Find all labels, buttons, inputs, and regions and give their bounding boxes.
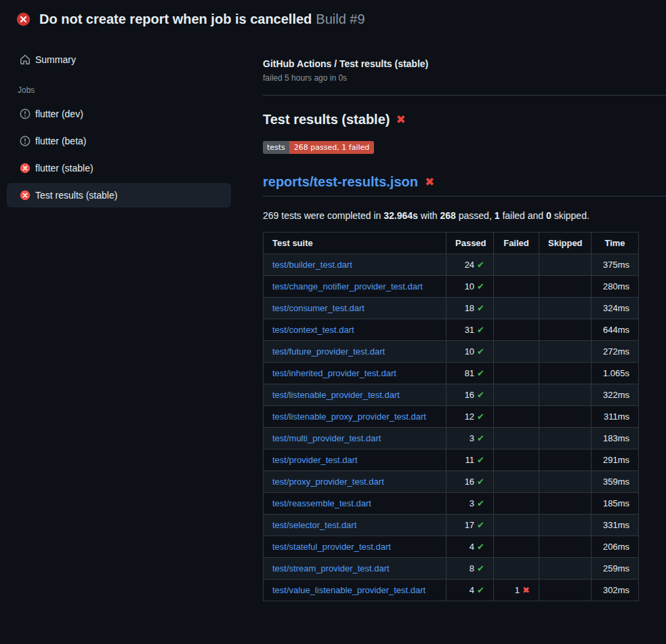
x-circle-icon	[20, 163, 30, 174]
test-suite-cell: test/consumer_test.dart	[264, 298, 446, 319]
check-header: GitHub Actions / Test results (stable) f…	[263, 58, 666, 96]
test-suite-link[interactable]: test/provider_test.dart	[272, 455, 358, 465]
table-row: test/context_test.dart31✔644ms	[264, 319, 639, 341]
passed-cell: 18✔	[446, 298, 494, 319]
passed-cell: 3✔	[446, 493, 494, 515]
test-suite-link[interactable]: test/inherited_provider_test.dart	[272, 368, 396, 378]
sidebar-job-flutter-beta[interactable]: flutter (beta)	[7, 129, 231, 153]
test-suite-link[interactable]: test/listenable_proxy_provider_test.dart	[272, 411, 426, 422]
failed-cell: 1✖	[494, 580, 539, 601]
time-cell: 272ms	[591, 341, 639, 363]
test-suite-link[interactable]: test/consumer_test.dart	[272, 303, 365, 313]
time-cell: 644ms	[591, 319, 639, 341]
column-header-passed: Passed	[446, 233, 494, 254]
check-icon: ✔	[477, 390, 484, 400]
summary-text-part: 1	[495, 210, 500, 221]
test-suite-cell: test/reassemble_test.dart	[264, 493, 446, 515]
skipped-cell	[539, 493, 591, 515]
test-suite-link[interactable]: test/stream_provider_test.dart	[272, 563, 390, 573]
sidebar-item-summary[interactable]: Summary	[7, 47, 231, 72]
test-suite-link[interactable]: test/future_provider_test.dart	[272, 346, 385, 357]
test-suite-link[interactable]: test/proxy_provider_test.dart	[272, 477, 384, 487]
test-suite-cell: test/context_test.dart	[264, 319, 446, 341]
results-table-body: test/builder_test.dart24✔375mstest/chang…	[264, 254, 639, 601]
check-icon: ✔	[477, 455, 484, 465]
jobs-list: flutter (dev)flutter (beta)flutter (stab…	[7, 102, 231, 207]
table-row: test/multi_provider_test.dart3✔183ms	[264, 428, 639, 449]
test-suite-link[interactable]: test/selector_test.dart	[272, 520, 356, 530]
time-cell: 183ms	[591, 428, 639, 449]
skipped-cell	[539, 406, 591, 428]
test-suite-cell: test/inherited_provider_test.dart	[264, 363, 446, 384]
test-suite-cell: test/stream_provider_test.dart	[264, 558, 446, 580]
check-icon: ✔	[477, 542, 484, 552]
check-icon: ✔	[477, 281, 484, 291]
failed-cell	[494, 298, 539, 319]
count-value: 3	[470, 498, 474, 508]
test-suite-link[interactable]: test/builder_test.dart	[272, 260, 352, 270]
test-suite-link[interactable]: test/context_test.dart	[272, 325, 354, 335]
passed-cell: 10✔	[446, 276, 494, 298]
passed-cell: 4✔	[446, 536, 494, 558]
skipped-cell	[539, 536, 591, 558]
failed-cell	[494, 276, 539, 298]
count-value: 4	[470, 542, 474, 552]
alert-circle-icon	[20, 136, 30, 146]
summary-text-part: skipped.	[551, 210, 589, 221]
test-suite-cell: test/provider_test.dart	[264, 449, 446, 471]
count-value: 17	[465, 520, 474, 530]
count-value: 31	[465, 325, 474, 335]
test-suite-link[interactable]: test/change_notifier_provider_test.dart	[272, 281, 423, 291]
failed-cell	[494, 493, 539, 515]
time-cell: 1.065s	[591, 363, 639, 384]
summary-text-part: passed,	[456, 210, 495, 221]
passed-cell: 4✔	[446, 580, 494, 601]
failed-cell	[494, 428, 539, 449]
table-row: test/listenable_provider_test.dart16✔322…	[264, 384, 639, 406]
summary-text-part: with	[418, 210, 440, 221]
count-value: 18	[465, 303, 474, 313]
time-cell: 259ms	[591, 558, 639, 580]
report-title-link[interactable]: reports/test-results.json	[263, 174, 418, 190]
summary-line: 269 tests were completed in 32.964s with…	[263, 210, 666, 221]
sidebar-job-test-results-stable[interactable]: Test results (stable)	[7, 183, 231, 207]
check-icon: ✔	[477, 563, 484, 573]
table-row: test/reassemble_test.dart3✔185ms	[264, 493, 639, 515]
column-header-time: Time	[591, 233, 639, 254]
sidebar-job-flutter-dev[interactable]: flutter (dev)	[7, 102, 231, 126]
failed-cell	[494, 406, 539, 428]
x-icon: ✖	[522, 585, 530, 595]
tests-badge: tests 268 passed, 1 failed	[263, 141, 374, 154]
check-icon: ✔	[477, 411, 484, 422]
test-suite-link[interactable]: test/value_listenable_provider_test.dart	[272, 585, 425, 595]
failed-cell	[494, 319, 539, 341]
failed-cell	[494, 471, 539, 493]
count-value: 10	[465, 281, 474, 291]
table-row: test/builder_test.dart24✔375ms	[264, 254, 639, 276]
failed-cell	[494, 536, 539, 558]
test-suite-link[interactable]: test/multi_provider_test.dart	[272, 433, 381, 443]
summary-text-part: failed and	[500, 210, 547, 221]
test-suite-cell: test/multi_provider_test.dart	[264, 428, 446, 449]
skipped-cell	[539, 276, 591, 298]
column-header-skipped: Skipped	[539, 233, 591, 254]
test-suite-cell: test/value_listenable_provider_test.dart	[264, 580, 446, 601]
sidebar-job-flutter-stable[interactable]: flutter (stable)	[7, 156, 231, 180]
count-value: 8	[470, 563, 474, 573]
count-value: 4	[470, 585, 474, 595]
passed-cell: 31✔	[446, 319, 494, 341]
passed-cell: 16✔	[446, 384, 494, 406]
count-value: 3	[470, 433, 474, 443]
sidebar-item-label: Summary	[35, 54, 76, 65]
table-row: test/selector_test.dart17✔331ms	[264, 515, 639, 536]
main-content: GitHub Actions / Test results (stable) f…	[263, 34, 666, 601]
summary-text-part: 32.964s	[383, 210, 418, 221]
x-circle-icon	[20, 190, 30, 201]
skipped-cell	[539, 428, 591, 449]
build-number: Build #9	[316, 12, 365, 26]
test-suite-link[interactable]: test/listenable_provider_test.dart	[272, 390, 400, 400]
job-label: flutter (beta)	[35, 136, 86, 146]
test-suite-link[interactable]: test/stateful_provider_test.dart	[272, 542, 391, 552]
test-suite-link[interactable]: test/reassemble_test.dart	[272, 498, 371, 508]
time-cell: 291ms	[591, 449, 639, 471]
